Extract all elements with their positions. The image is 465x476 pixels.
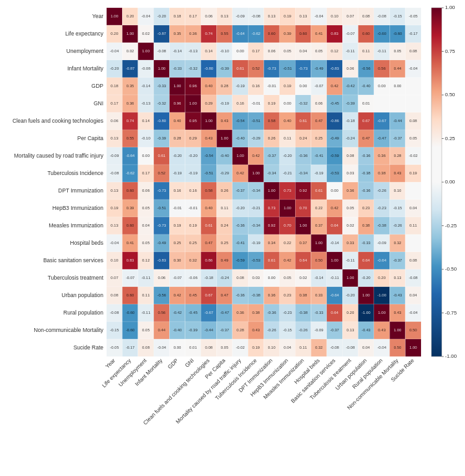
heatmap-canvas [0, 0, 465, 476]
heatmap-container [0, 0, 465, 476]
